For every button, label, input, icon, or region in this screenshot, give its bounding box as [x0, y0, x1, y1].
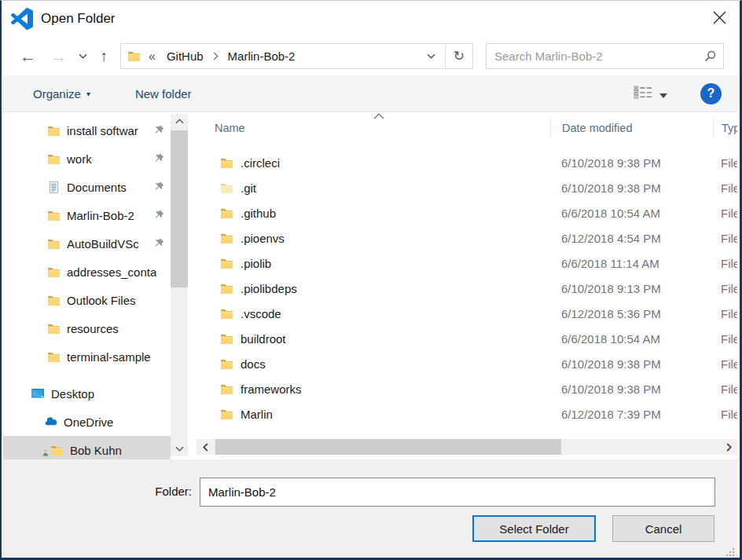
folder-icon	[220, 307, 233, 320]
back-button[interactable]: ←	[13, 48, 43, 64]
forward-button[interactable]: →	[43, 48, 74, 64]
row-date-modified: 6/10/2018 9:38 PM	[550, 382, 713, 396]
sidebar-item-label: Marlin-Bob-2	[67, 209, 134, 222]
breadcrumb-github[interactable]: GitHub	[159, 49, 211, 63]
table-row[interactable]: .circleci 6/10/2018 9:38 PM File	[196, 150, 737, 175]
up-button[interactable]: ↑	[92, 47, 116, 65]
sidebar-item-onedrive[interactable]: OneDrive	[3, 408, 171, 436]
breadcrumb-overflow[interactable]: «	[149, 49, 156, 64]
row-name: docs	[241, 357, 266, 371]
pin-icon[interactable]	[153, 181, 165, 192]
pin-icon[interactable]	[153, 124, 165, 136]
column-header-type[interactable]: Typ	[713, 118, 737, 138]
row-type: File	[713, 257, 737, 270]
folder-icon	[47, 152, 61, 166]
column-header-date-modified[interactable]: Date modified	[550, 118, 713, 138]
row-type: File	[713, 207, 737, 220]
row-name: frameworks	[241, 382, 302, 396]
folder-icon	[220, 282, 233, 295]
search-icon[interactable]	[703, 49, 717, 63]
table-row[interactable]: .vscode 6/12/2018 5:36 PM File	[196, 301, 737, 326]
pin-icon[interactable]	[153, 237, 165, 249]
row-date-modified: 6/12/2018 4:54 PM	[550, 232, 713, 245]
table-row[interactable]: .github 6/6/2018 10:54 AM File	[196, 200, 737, 225]
scroll-up-icon[interactable]	[171, 114, 188, 129]
row-type: File	[713, 282, 737, 295]
scroll-down-icon[interactable]	[171, 441, 188, 456]
horizontal-scrollbar-thumb[interactable]	[215, 439, 561, 455]
table-row[interactable]: .piolib 6/6/2018 11:14 AM File	[196, 251, 737, 276]
address-bar[interactable]: « GitHub Marlin-Bob-2 ↻	[120, 43, 473, 69]
sidebar-item-label: OneDrive	[64, 415, 113, 429]
table-row[interactable]: .git 6/10/2018 9:38 PM File	[196, 175, 737, 200]
sidebar-item-bob-kuhn[interactable]: Bob Kuhn	[3, 436, 171, 460]
folder-name-input[interactable]	[200, 478, 715, 507]
view-mode-caret-icon	[659, 87, 667, 101]
command-bar: Organize ▾ New folder ?	[3, 75, 737, 112]
sidebar-item-addresses-conta[interactable]: addresses_conta	[3, 258, 171, 286]
refresh-icon[interactable]: ↻	[445, 44, 472, 68]
breadcrumb-marlin-bob-2[interactable]: Marlin-Bob-2	[220, 49, 303, 63]
row-name: .github	[241, 207, 276, 220]
row-type: File	[713, 307, 737, 320]
row-date-modified: 6/12/2018 7:39 PM	[550, 408, 713, 421]
help-button[interactable]: ?	[700, 83, 722, 104]
row-date-modified: 6/6/2018 10:54 AM	[550, 207, 713, 220]
sidebar-item-terminal-sample[interactable]: terminal-sample	[3, 342, 171, 371]
sidebar-item-resources[interactable]: resources	[3, 314, 171, 342]
table-row[interactable]: Marlin 6/12/2018 7:39 PM File	[196, 401, 737, 426]
table-row[interactable]: frameworks 6/10/2018 9:38 PM File	[196, 376, 737, 401]
sidebar-item-documents[interactable]: Documents	[3, 173, 171, 201]
table-row[interactable]: buildroot 6/6/2018 10:54 AM File	[196, 326, 737, 351]
row-name: .vscode	[241, 307, 281, 320]
table-row[interactable]: docs 6/10/2018 9:38 PM File	[196, 351, 737, 376]
folder-field-label: Folder:	[121, 485, 192, 498]
folder-icon	[220, 332, 233, 346]
history-chevron-icon[interactable]	[74, 53, 92, 59]
sidebar-item-marlin-bob-2[interactable]: Marlin-Bob-2	[3, 201, 171, 229]
open-folder-dialog: Open Folder ← → ↑ « GitHub Marlin-Bob-2	[0, 0, 742, 560]
row-date-modified: 6/6/2018 10:54 AM	[550, 332, 713, 346]
folder-icon	[220, 357, 233, 371]
row-type: File	[713, 156, 737, 170]
pin-icon[interactable]	[153, 209, 165, 221]
row-type: File	[713, 408, 737, 421]
sidebar-item-label: addresses_conta	[67, 265, 156, 279]
sort-ascending-icon	[373, 113, 384, 119]
row-type: File	[713, 232, 737, 245]
address-dropdown-icon[interactable]	[417, 44, 445, 68]
row-name: .pioenvs	[241, 232, 285, 245]
content-area: install softwar work Documents Marlin-Bo…	[3, 112, 737, 460]
folder-icon	[47, 350, 61, 364]
scroll-right-icon[interactable]	[720, 439, 737, 455]
column-header-name[interactable]: Name	[196, 122, 550, 134]
folder-icon	[220, 257, 233, 270]
resize-grip[interactable]	[725, 546, 735, 555]
new-folder-button[interactable]: New folder	[135, 87, 192, 101]
sidebar-item-install-softwar[interactable]: install softwar	[3, 116, 171, 145]
select-folder-button[interactable]: Select Folder	[472, 515, 596, 542]
cancel-button[interactable]: Cancel	[612, 515, 714, 542]
scroll-left-icon[interactable]	[197, 439, 214, 455]
folder-icon	[220, 408, 233, 421]
search-box	[486, 43, 724, 69]
search-input[interactable]	[488, 49, 703, 63]
row-date-modified: 6/10/2018 9:38 PM	[550, 181, 713, 195]
sidebar-item-autobuildvsc[interactable]: AutoBuildVSc	[3, 229, 171, 258]
user-folder-icon	[50, 444, 64, 457]
pin-icon[interactable]	[153, 152, 165, 164]
close-icon[interactable]	[702, 2, 736, 32]
sidebar-item-work[interactable]: work	[3, 145, 171, 173]
organize-menu[interactable]: Organize ▾	[33, 87, 90, 101]
table-row[interactable]: .piolibdeps 6/10/2018 9:13 PM File	[196, 276, 737, 301]
sidebar-item-desktop[interactable]: Desktop	[3, 379, 171, 408]
table-row[interactable]: .pioenvs 6/12/2018 4:54 PM File	[196, 225, 737, 251]
view-mode-button[interactable]	[629, 82, 672, 104]
row-type: File	[713, 357, 737, 371]
documents-icon	[47, 181, 61, 194]
sidebar-scrollbar-thumb[interactable]	[171, 130, 188, 287]
chevron-right-icon[interactable]	[211, 52, 220, 60]
organize-caret-icon: ▾	[86, 90, 90, 98]
sidebar-item-outlook-files[interactable]: Outlook Files	[3, 286, 171, 314]
folder-icon	[220, 156, 233, 170]
